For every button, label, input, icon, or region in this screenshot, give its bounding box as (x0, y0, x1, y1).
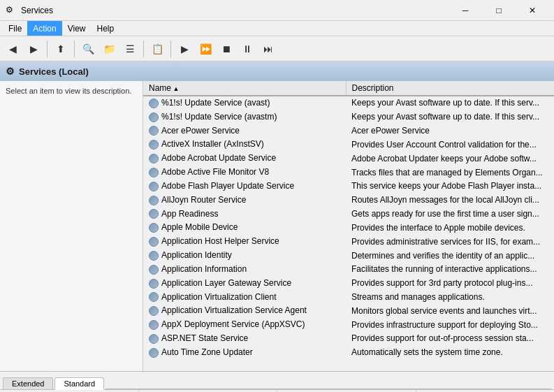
service-desc-cell: Provides the interface to Apple mobile d… (346, 221, 554, 235)
toolbar-sep-3 (143, 41, 144, 57)
services-header-label: Services (Local) (19, 66, 89, 77)
service-gear-icon (149, 320, 159, 330)
service-gear-icon (149, 140, 159, 150)
service-gear-icon (149, 223, 159, 233)
app-icon: ⚙ (6, 5, 17, 16)
service-gear-icon (149, 112, 159, 122)
toolbar-back-button[interactable]: ◀ (3, 39, 22, 59)
service-gear-icon (149, 265, 159, 275)
menu-view[interactable]: View (62, 21, 92, 36)
service-name-cell: Adobe Active File Monitor V8 (143, 166, 346, 180)
toolbar-play2-button[interactable]: ⏩ (196, 39, 215, 59)
table-row[interactable]: Application Virtualization Service Agent… (143, 304, 554, 318)
service-name-cell: Adobe Flash Player Update Service (143, 179, 346, 193)
left-panel-description: Select an item to view its description. (6, 87, 131, 95)
service-gear-icon (149, 292, 159, 302)
title-bar: ⚙ Services ─ □ ✕ (0, 0, 554, 21)
service-name-cell: ASP.NET State Service (143, 332, 346, 346)
service-desc-cell: Automatically sets the system time zone. (346, 345, 554, 359)
table-row[interactable]: Application Layer Gateway ServiceProvide… (143, 276, 554, 290)
toolbar-restart-button[interactable]: ⏭ (258, 39, 278, 59)
toolbar-play-button[interactable]: ▶ (175, 39, 194, 59)
service-name-cell: App Readiness (143, 207, 346, 221)
service-desc-cell: Provides support for out-of-process sess… (346, 332, 554, 346)
toolbar-sep-2 (74, 41, 75, 57)
service-desc-cell: Streams and manages applications. (346, 290, 554, 304)
service-gear-icon (149, 237, 159, 247)
service-name-cell: Auto Time Zone Updater (143, 345, 346, 359)
service-name-cell: AllJoyn Router Service (143, 193, 346, 207)
title-bar-controls: ─ □ ✕ (449, 0, 548, 21)
service-desc-cell: Provides User Account Control validation… (346, 138, 554, 152)
service-desc-cell: Facilitates the running of interactive a… (346, 262, 554, 276)
table-row[interactable]: ActiveX Installer (AxInstSV)Provides Use… (143, 138, 554, 152)
service-desc-cell: Adobe Acrobat Updater keeps your Adobe s… (346, 152, 554, 166)
table-row[interactable]: %1!s! Update Service (avastm)Keeps your … (143, 110, 554, 124)
service-desc-cell: Gets apps ready for use the first time a… (346, 207, 554, 221)
table-row[interactable]: ASP.NET State ServiceProvides support fo… (143, 332, 554, 346)
toolbar-folder-button[interactable]: 📁 (99, 39, 119, 59)
service-gear-icon (149, 334, 159, 344)
service-gear-icon (149, 279, 159, 289)
table-row[interactable]: AppX Deployment Service (AppXSVC)Provide… (143, 318, 554, 332)
toolbar-forward-button[interactable]: ▶ (24, 39, 43, 59)
service-gear-icon (149, 251, 159, 261)
toolbar-sep-4 (170, 41, 171, 57)
table-row[interactable]: Acer ePower ServiceAcer ePower Service (143, 124, 554, 138)
service-name-cell: Application Virtualization Client (143, 290, 346, 304)
col-desc-header[interactable]: Description (346, 81, 554, 96)
table-row[interactable]: Application InformationFacilitates the r… (143, 262, 554, 276)
service-desc-cell: Routes AllJoyn messages for the local Al… (346, 193, 554, 207)
content-area: Select an item to view its description. … (0, 81, 554, 371)
table-row[interactable]: Adobe Acrobat Update ServiceAdobe Acroba… (143, 152, 554, 166)
maximize-button[interactable]: □ (483, 0, 515, 21)
service-name-cell: %1!s! Update Service (avast) (143, 96, 346, 110)
service-gear-icon (149, 306, 159, 316)
service-desc-cell: Keeps your Avast software up to date. If… (346, 96, 554, 110)
service-desc-cell: Acer ePower Service (346, 124, 554, 138)
table-row[interactable]: Adobe Active File Monitor V8Tracks files… (143, 166, 554, 180)
table-row[interactable]: Application Host Helper ServiceProvides … (143, 235, 554, 249)
table-row[interactable]: Apple Mobile DeviceProvides the interfac… (143, 221, 554, 235)
table-row[interactable]: Auto Time Zone UpdaterAutomatically sets… (143, 345, 554, 359)
service-name-cell: Application Layer Gateway Service (143, 276, 346, 290)
service-desc-cell: This service keeps your Adobe Flash Play… (346, 179, 554, 193)
tab-standard[interactable]: Standard (54, 377, 104, 390)
service-desc-cell: Determines and verifies the identity of … (346, 249, 554, 263)
menu-file[interactable]: File (3, 21, 27, 36)
toolbar-pause-button[interactable]: ⏸ (238, 39, 257, 59)
services-header: ⚙ Services (Local) (0, 61, 554, 81)
table-header: Name Description (143, 81, 554, 96)
toolbar-up-button[interactable]: ⬆ (51, 39, 71, 59)
service-gear-icon (149, 348, 159, 358)
toolbar: ◀ ▶ ⬆ 🔍 📁 ☰ 📋 ▶ ⏩ ⏹ ⏸ ⏭ (0, 36, 554, 61)
table-row[interactable]: Application Virtualization ClientStreams… (143, 290, 554, 304)
table-row[interactable]: AllJoyn Router ServiceRoutes AllJoyn mes… (143, 193, 554, 207)
close-button[interactable]: ✕ (516, 0, 548, 21)
toolbar-search-button[interactable]: 🔍 (78, 39, 98, 59)
service-name-cell: Acer ePower Service (143, 124, 346, 138)
toolbar-prefs-button[interactable]: ☰ (120, 39, 140, 59)
services-list-scroll[interactable]: Name Description %1!s! Update Service (a… (143, 81, 554, 371)
service-gear-icon (149, 99, 159, 108)
menu-help[interactable]: Help (92, 21, 120, 36)
service-name-cell: Application Host Helper Service (143, 235, 346, 249)
menu-bar: File Action View Help (0, 21, 554, 36)
service-name-cell: ActiveX Installer (AxInstSV) (143, 138, 346, 152)
toolbar-sep-1 (47, 41, 48, 57)
toolbar-stop-button[interactable]: ⏹ (217, 39, 236, 59)
service-gear-icon (149, 126, 159, 136)
table-row[interactable]: Application IdentityDetermines and verif… (143, 249, 554, 263)
service-gear-icon (149, 182, 159, 191)
menu-action[interactable]: Action (27, 21, 61, 36)
col-name-header[interactable]: Name (143, 81, 346, 96)
service-name-cell: Application Identity (143, 249, 346, 263)
table-row[interactable]: Adobe Flash Player Update ServiceThis se… (143, 179, 554, 193)
table-row[interactable]: App ReadinessGets apps ready for use the… (143, 207, 554, 221)
service-name-cell: Application Virtualization Service Agent (143, 304, 346, 318)
tab-extended[interactable]: Extended (3, 377, 53, 389)
toolbar-properties-button[interactable]: 📋 (147, 39, 167, 59)
table-row[interactable]: %1!s! Update Service (avast)Keeps your A… (143, 96, 554, 110)
minimize-button[interactable]: ─ (449, 0, 481, 21)
service-gear-icon (149, 168, 159, 177)
